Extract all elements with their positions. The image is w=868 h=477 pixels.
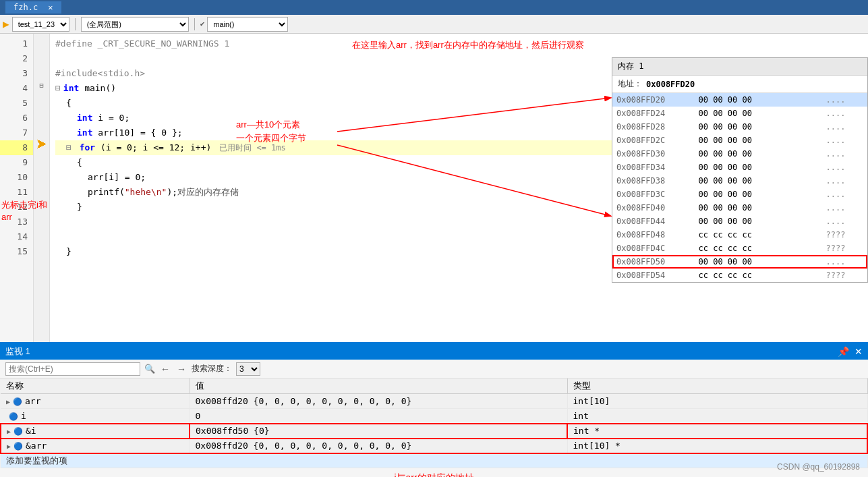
- watch-row-1[interactable]: 🔵i0int: [1, 409, 867, 424]
- memory-addr-5: 0x008FFD34: [612, 161, 695, 174]
- file-selector[interactable]: test_11_23: [12, 17, 69, 32]
- watch-add-label[interactable]: 添加要监视的项: [1, 453, 867, 468]
- title-bar: fzh.c ✕: [0, 0, 868, 15]
- expand-icon-3[interactable]: ▶: [7, 443, 11, 450]
- close-watch-icon[interactable]: ✕: [855, 346, 863, 357]
- line-12: 12: [0, 200, 33, 215]
- main-container: 1 2 3 4 5 6 7 8 9 10 11 12 13 14 15 ⊟: [0, 34, 868, 477]
- gutter-12: [34, 197, 49, 212]
- memory-chars-2: ....: [822, 120, 868, 134]
- line-7: 7: [0, 125, 33, 140]
- pin-icon[interactable]: 📌: [838, 346, 849, 357]
- watch-varname-1: i: [21, 411, 26, 421]
- gutter-2: [34, 49, 49, 63]
- watch-type-1: int: [567, 409, 867, 424]
- nav-back-btn[interactable]: ←: [159, 364, 171, 374]
- watch-varname-2: &i: [26, 426, 36, 436]
- memory-row: 0x008FFD3000 00 00 00....: [612, 147, 867, 161]
- memory-addr-6: 0x008FFD38: [612, 174, 695, 188]
- watch-row-3[interactable]: ▶ 🔵&arr0x008ffd20 {0, 0, 0, 0, 0, 0, 0, …: [1, 439, 867, 453]
- col-name: 名称: [1, 378, 190, 394]
- memory-bytes-4: 00 00 00 00: [695, 147, 822, 161]
- line-11: 11: [0, 185, 33, 200]
- line-2: 2: [0, 51, 33, 66]
- watch-value-3: 0x008ffd20 {0, 0, 0, 0, 0, 0, 0, 0, 0, 0…: [190, 439, 567, 453]
- gutter: ⊟ ⮞: [34, 34, 50, 342]
- memory-row: 0x008FFD2C00 00 00 00....: [612, 134, 867, 147]
- main-text: main(): [79, 83, 116, 93]
- code-11-indent: printf("hehe\n");对应的内存存储: [88, 187, 239, 197]
- line-3: 3: [0, 66, 33, 81]
- scope-selector[interactable]: (全局范围): [81, 17, 189, 32]
- memory-row: 0x008FFD3800 00 00 00....: [612, 174, 867, 188]
- memory-addr-4: 0x008FFD30: [612, 147, 695, 161]
- memory-table: 0x008FFD2000 00 00 00....0x008FFD2400 00…: [612, 93, 867, 282]
- expand-4[interactable]: ⊟: [55, 83, 61, 93]
- memory-bytes-10: cc cc cc cc: [695, 228, 822, 242]
- bottom-annotation: i与arr的对应的地址: [0, 468, 868, 477]
- watch-search-input[interactable]: [5, 362, 140, 376]
- memory-panel-header: 内存 1: [612, 58, 867, 76]
- watch-row-0[interactable]: ▶ 🔵arr0x008ffd20 {0, 0, 0, 0, 0, 0, 0, 0…: [1, 394, 867, 409]
- line-9: 9: [0, 155, 33, 170]
- watch-title-bar: 监视 1 📌 ✕: [0, 343, 868, 360]
- expand-icon-2[interactable]: ▶: [7, 428, 11, 435]
- memory-address-bar: 地址： 0x008FFD20: [612, 76, 867, 93]
- watch-add-row[interactable]: 添加要监视的项: [1, 453, 867, 468]
- brace-open-5: {: [66, 98, 71, 108]
- close-icon[interactable]: ✕: [48, 3, 53, 12]
- memory-row: 0x008FFD2800 00 00 00....: [612, 120, 867, 134]
- memory-bytes-6: 00 00 00 00: [695, 174, 822, 188]
- function-selector[interactable]: main(): [207, 17, 288, 32]
- memory-bytes-8: 00 00 00 00: [695, 201, 822, 215]
- kw-for: for: [80, 142, 95, 152]
- memory-addr-8: 0x008FFD40: [612, 201, 695, 215]
- kw-int-main: int: [63, 83, 79, 93]
- memory-bytes-5: 00 00 00 00: [695, 161, 822, 174]
- memory-bytes-7: 00 00 00 00: [695, 188, 822, 201]
- line-4: 4: [0, 81, 33, 96]
- memory-chars-7: ....: [822, 188, 868, 201]
- code-10-indent: arr[i] = 0;: [88, 172, 146, 182]
- expand-icon-4[interactable]: ⊟: [39, 78, 43, 93]
- memory-bytes-1: 00 00 00 00: [695, 107, 822, 120]
- memory-addr-12: 0x008FFD50: [612, 255, 695, 269]
- time-indicator: 已用时间 <= 1ms: [219, 143, 286, 152]
- memory-address-value: 0x008FFD20: [646, 80, 695, 89]
- watch-varname-3: &arr: [26, 441, 47, 451]
- memory-row: 0x008FFD54cc cc cc cc????: [612, 269, 867, 282]
- expand-icon-0[interactable]: ▶: [6, 398, 10, 405]
- nav-forward-btn[interactable]: →: [175, 364, 187, 374]
- col-value: 值: [190, 378, 567, 394]
- gutter-11: [34, 182, 49, 197]
- watch-row-2[interactable]: ▶ 🔵&i0x008ffd50 {0}int *: [1, 424, 867, 439]
- gutter-4: ⊟: [34, 78, 49, 93]
- memory-addr-0: 0x008FFD20: [612, 93, 695, 107]
- memory-chars-12: ....: [822, 255, 868, 269]
- memory-row: 0x008FFD4000 00 00 00....: [612, 201, 867, 215]
- watermark: CSDN @qq_60192898: [777, 462, 860, 472]
- watch-title: 监视 1: [5, 345, 30, 358]
- gutter-15: [34, 242, 49, 256]
- memory-chars-6: ....: [822, 174, 868, 188]
- col-type: 类型: [567, 378, 867, 394]
- code-8-indent: ⊟ for (i = 0; i <= 12; i++) 已用时间 <= 1ms: [66, 142, 286, 152]
- gutter-8: ⮞: [34, 138, 49, 152]
- memory-addr-1: 0x008FFD24: [612, 107, 695, 120]
- expand-8[interactable]: ⊟: [66, 142, 71, 152]
- memory-chars-11: ????: [822, 242, 868, 255]
- depth-label: 搜索深度：: [192, 363, 232, 374]
- depth-select[interactable]: 3: [236, 362, 260, 376]
- line-13: 13: [0, 215, 33, 229]
- watch-icon-0: 🔵: [13, 397, 22, 406]
- watch-name-3: ▶ 🔵&arr: [1, 439, 190, 453]
- file-tab-label: fzh.c: [13, 3, 38, 12]
- memory-addr-10: 0x008FFD48: [612, 228, 695, 242]
- memory-chars-0: ....: [822, 93, 868, 107]
- comment-11: 对应的内存存储: [177, 187, 239, 197]
- watch-toolbar: 🔍 ← → 搜索深度： 3: [0, 360, 868, 378]
- file-tab[interactable]: fzh.c ✕: [5, 1, 62, 13]
- include-text: #include<stdio.h>: [55, 68, 145, 78]
- watch-type-3: int[10] *: [567, 439, 867, 453]
- gutter-9: [34, 152, 49, 167]
